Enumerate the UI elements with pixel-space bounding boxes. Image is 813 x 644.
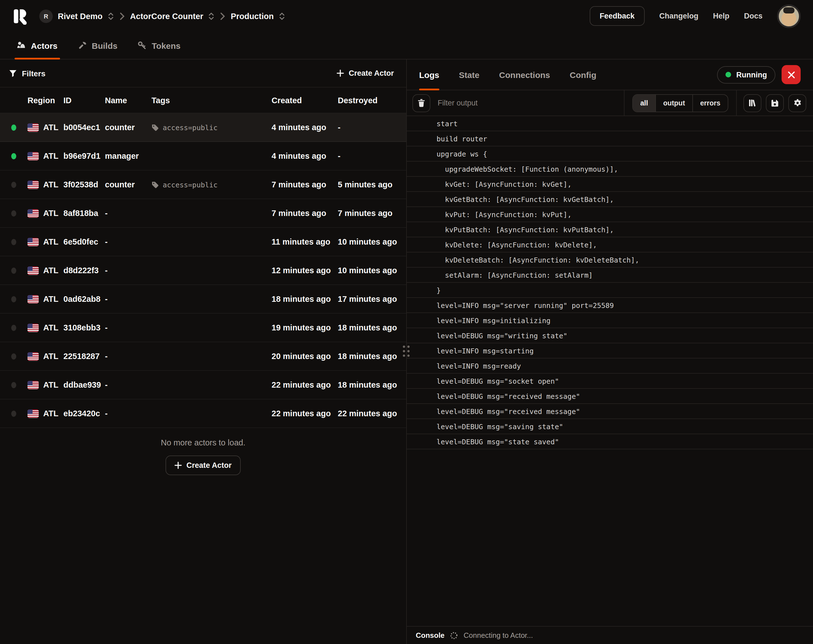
actor-id: 6e5d0fec (63, 237, 105, 246)
logs-actions (736, 90, 813, 115)
tab-connections[interactable]: Connections (499, 60, 550, 90)
console-label: Console (416, 631, 445, 639)
log-line: kvGet: [AsyncFunction: kvGet], (407, 177, 813, 192)
actor-id: 3f02538d (63, 180, 105, 189)
actor-created: 4 minutes ago (272, 123, 338, 132)
inspector-tab-bar: Logs State Connections Config Running (407, 60, 813, 90)
actor-status-dot (11, 124, 16, 130)
log-line: level=INFO msg="server running" port=255… (407, 298, 813, 313)
actor-row[interactable]: ATL d8d222f3 - 12 minutes ago 10 minutes… (0, 256, 406, 285)
actor-name: - (105, 380, 152, 389)
actor-row[interactable]: ATL 3108ebb3 - 19 minutes ago 18 minutes… (0, 314, 406, 342)
docs-link[interactable]: Docs (744, 12, 762, 20)
actors-icon (17, 41, 26, 50)
create-actor-button-bottom[interactable]: Create Actor (166, 455, 241, 475)
logs-archive-button[interactable] (743, 94, 761, 112)
actor-row[interactable]: ATL 8af818ba - 7 minutes ago 7 minutes a… (0, 199, 406, 228)
chevron-right-icon (120, 12, 124, 20)
tab-state[interactable]: State (459, 60, 479, 90)
actor-row[interactable]: ATL b0054ec1 counter access=public 4 min… (0, 113, 406, 142)
actor-id: 0ad62ab8 (63, 294, 105, 304)
actor-inspector: Logs State Connections Config Running (407, 60, 813, 644)
console-bar[interactable]: Console Connecting to Actor... (407, 626, 813, 644)
actor-region: ATL (43, 180, 58, 189)
filter-output-input[interactable] (437, 98, 618, 108)
unfold-icon (279, 12, 285, 20)
actor-status-dot (11, 153, 16, 159)
empty-note: No more actors to load. (0, 438, 406, 447)
tab-config[interactable]: Config (570, 60, 597, 90)
actor-name: - (105, 266, 152, 275)
actor-name: counter (105, 123, 152, 132)
actor-status-dot (11, 267, 16, 273)
save-logs-button[interactable] (766, 94, 784, 112)
actor-region: ATL (43, 352, 58, 361)
actor-destroyed: 18 minutes ago (338, 323, 406, 332)
us-flag-icon (28, 295, 39, 303)
gear-icon (793, 99, 801, 107)
save-icon (771, 99, 779, 107)
us-flag-icon (28, 152, 39, 160)
actor-destroyed: 22 minutes ago (338, 409, 406, 418)
segment-output[interactable]: output (655, 95, 692, 111)
log-line: kvPutBatch: [AsyncFunction: kvPutBatch], (407, 222, 813, 237)
app-root: R Rivet Demo ActorCore Counter Productio… (0, 0, 813, 644)
col-id: ID (63, 96, 105, 104)
tab-logs[interactable]: Logs (419, 60, 439, 90)
actor-row[interactable]: ATL b96e97d1 manager 4 minutes ago - (0, 142, 406, 170)
actor-name: - (105, 409, 152, 418)
tab-actors[interactable]: Actors (17, 32, 58, 59)
log-line: level=INFO msg=initializing (407, 313, 813, 328)
segment-errors[interactable]: errors (692, 95, 728, 111)
actor-id: b96e97d1 (63, 152, 105, 161)
environment-name: Production (231, 11, 274, 20)
actors-table-header: Region ID Name Tags Created Destroyed (0, 87, 406, 113)
clear-logs-button[interactable] (413, 94, 430, 112)
tab-tokens[interactable]: Tokens (138, 32, 181, 59)
filters-button[interactable]: Filters (9, 69, 46, 78)
filter-icon (9, 69, 17, 77)
us-flag-icon (28, 409, 39, 418)
actor-row[interactable]: ATL ddbae939 - 22 minutes ago 18 minutes… (0, 371, 406, 399)
actor-region: ATL (43, 152, 58, 161)
close-inspector-button[interactable] (782, 65, 801, 84)
filters-label: Filters (22, 69, 46, 78)
actor-created: 7 minutes ago (272, 209, 338, 218)
help-link[interactable]: Help (713, 12, 729, 20)
org-avatar: R (39, 9, 53, 23)
actor-id: b0054ec1 (63, 123, 105, 132)
breadcrumb-org[interactable]: R Rivet Demo (39, 9, 114, 23)
actor-row[interactable]: ATL 22518287 - 20 minutes ago 18 minutes… (0, 342, 406, 371)
actor-row[interactable]: ATL eb23420c - 22 minutes ago 22 minutes… (0, 399, 406, 428)
segment-all[interactable]: all (633, 95, 655, 111)
panel-resize-handle[interactable] (400, 343, 412, 359)
feedback-button[interactable]: Feedback (589, 6, 645, 26)
actor-row[interactable]: ATL 0ad62ab8 - 18 minutes ago 17 minutes… (0, 285, 406, 314)
actor-region: ATL (43, 323, 58, 332)
actor-status-dot (11, 239, 16, 245)
tag-icon (152, 181, 159, 188)
actor-id: ddbae939 (63, 380, 105, 389)
changelog-link[interactable]: Changelog (659, 12, 698, 20)
us-flag-icon (28, 209, 39, 218)
top-nav: Feedback Changelog Help Docs (589, 4, 801, 28)
tab-tokens-label: Tokens (152, 41, 181, 50)
actor-row[interactable]: ATL 6e5d0fec - 11 minutes ago 10 minutes… (0, 228, 406, 256)
actor-status-dot (11, 296, 16, 302)
create-actor-button-top[interactable]: Create Actor (334, 69, 397, 78)
actor-destroyed: - (338, 123, 406, 132)
rivet-logo-icon[interactable] (12, 8, 29, 25)
col-tags: Tags (152, 96, 272, 104)
actor-region: ATL (43, 409, 58, 418)
logs-settings-button[interactable] (788, 94, 806, 112)
tab-builds[interactable]: Builds (78, 32, 118, 59)
log-level-segment: all output errors (624, 90, 736, 115)
user-avatar[interactable] (777, 4, 801, 28)
log-output: startbuild routerupgrade ws { upgradeWeb… (407, 116, 813, 626)
breadcrumb-environment[interactable]: Production (231, 11, 285, 20)
actor-row[interactable]: ATL 3f02538d counter access=public 7 min… (0, 170, 406, 199)
unfold-icon (209, 12, 215, 20)
status-badge: Running (717, 66, 775, 83)
breadcrumb-project[interactable]: ActorCore Counter (130, 11, 215, 20)
actor-created: 11 minutes ago (272, 237, 338, 246)
